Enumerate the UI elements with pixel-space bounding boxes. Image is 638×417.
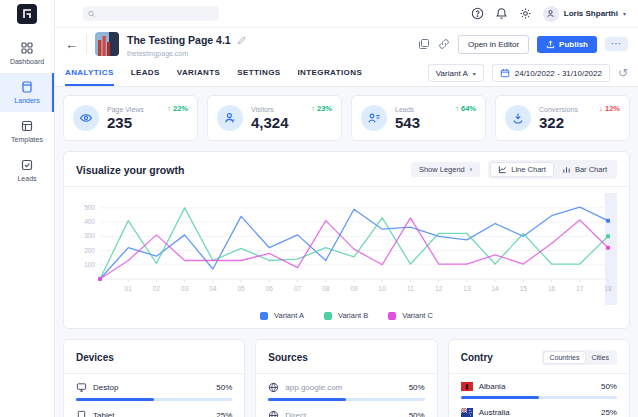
- title-block: The Testing Page 4.1 thetestingpage.com: [127, 31, 246, 57]
- tab-analytics[interactable]: ANALYTICS: [65, 60, 114, 86]
- sources-title: Sources: [268, 352, 307, 363]
- progress-bar: [461, 396, 617, 399]
- stat-label: Conversions: [539, 106, 578, 113]
- logo-wrap: [0, 0, 54, 28]
- main-area: Loris Shparthi ▾ ← The Testing P: [55, 0, 638, 417]
- svg-text:100: 100: [84, 261, 95, 268]
- back-arrow-icon[interactable]: ←: [65, 38, 78, 51]
- sidebar-item-label: Templates: [11, 136, 43, 143]
- australia-flag-icon: [461, 408, 473, 417]
- chevron-down-icon: ▾: [473, 70, 476, 77]
- variant-selector[interactable]: Variant A ▾: [428, 64, 484, 82]
- country-row-albania: Albania 50%: [461, 382, 617, 399]
- svg-text:09: 09: [350, 285, 358, 292]
- user-avatar: [543, 6, 559, 22]
- svg-text:16: 16: [548, 285, 556, 292]
- divider: [86, 34, 87, 54]
- growth-line-chart[interactable]: 1002003004005000102030405060708091011121…: [76, 193, 617, 305]
- globe-icon: [268, 382, 279, 393]
- help-icon[interactable]: [471, 7, 484, 20]
- bar-chart-icon: [562, 165, 571, 174]
- svg-text:02: 02: [153, 285, 161, 292]
- divider: [256, 373, 436, 374]
- albania-flag-icon: [461, 382, 473, 391]
- stat-label: Leads: [395, 106, 420, 113]
- search-icon: [88, 10, 95, 18]
- refresh-icon[interactable]: ↺: [618, 67, 628, 79]
- link-icon[interactable]: [438, 38, 450, 50]
- upload-icon: [546, 40, 555, 49]
- tab-variants[interactable]: VARIANTS: [177, 60, 221, 86]
- source-row-direct: Direct 50%: [268, 410, 424, 417]
- eye-icon: [73, 105, 99, 131]
- chart-legend: Variant A Variant B Variant C: [76, 311, 617, 320]
- countries-toggle-button[interactable]: Countries: [544, 352, 586, 363]
- sources-card: Sources app.google.com 50%: [255, 339, 437, 417]
- divider: [64, 373, 244, 374]
- svg-text:08: 08: [322, 285, 330, 292]
- search-input[interactable]: [99, 9, 214, 18]
- chevron-left-icon: ‹: [470, 165, 473, 174]
- svg-text:10: 10: [379, 285, 387, 292]
- svg-text:13: 13: [463, 285, 471, 292]
- tab-integrations[interactable]: INTEGRATIONS: [298, 60, 363, 86]
- country-card: Contry Countries Cities: [448, 339, 630, 417]
- user-menu[interactable]: Loris Shparthi ▾: [543, 6, 626, 22]
- logo-glyph: [21, 8, 33, 20]
- date-range-picker[interactable]: 24/10/2022 - 31/10/2022: [492, 64, 610, 82]
- svg-text:300: 300: [84, 232, 95, 239]
- publish-button[interactable]: Publish: [537, 36, 597, 53]
- sidebar-item-templates[interactable]: Templates: [0, 112, 54, 151]
- chart-title: Visualize your growth: [76, 164, 184, 176]
- cities-toggle-button[interactable]: Cities: [585, 352, 615, 363]
- line-chart-button[interactable]: Line Chart: [490, 162, 554, 177]
- edit-pencil-icon[interactable]: [237, 31, 246, 49]
- countries-cities-toggle: Countries Cities: [542, 350, 617, 365]
- stat-card-visitors: Visitors 4,324 ↑ 23%: [207, 95, 342, 141]
- tab-leads[interactable]: LEADS: [131, 60, 160, 86]
- show-legend-label: Show Legend: [419, 165, 465, 174]
- tab-settings[interactable]: SETTINGS: [237, 60, 280, 86]
- svg-text:01: 01: [125, 285, 133, 292]
- search-bar[interactable]: [83, 6, 219, 21]
- chart-type-switch: Line Chart Bar Chart: [488, 160, 617, 179]
- show-legend-toggle[interactable]: Show Legend ‹: [411, 162, 480, 177]
- variant-selector-value: Variant A: [436, 69, 468, 78]
- source-row-google: app.google.com 50%: [268, 382, 424, 401]
- duplicate-icon[interactable]: [418, 38, 430, 50]
- svg-text:14: 14: [491, 285, 499, 292]
- sidebar-item-label: Landers: [14, 97, 39, 104]
- date-range-value: 24/10/2022 - 31/10/2022: [515, 69, 602, 78]
- svg-text:03: 03: [181, 285, 189, 292]
- landers-icon: [20, 80, 34, 94]
- sidebar-item-label: Dashboard: [10, 58, 44, 65]
- topbar-right: Loris Shparthi ▾: [471, 6, 626, 22]
- device-row-desktop: Destop 50%: [76, 382, 232, 401]
- notifications-bell-icon[interactable]: [495, 7, 508, 20]
- settings-gear-icon[interactable]: [519, 7, 532, 20]
- open-in-editor-button[interactable]: Open in Editor: [458, 35, 529, 54]
- svg-text:18: 18: [604, 285, 612, 292]
- variant-b-swatch: [324, 312, 332, 320]
- variant-c-swatch: [388, 312, 396, 320]
- tabs-row: ANALYTICS LEADS VARIANTS SETTINGS INTEGR…: [55, 60, 638, 87]
- device-row-tablet: Tablet 25%: [76, 410, 232, 417]
- app-logo[interactable]: [17, 4, 37, 24]
- sidebar-item-landers[interactable]: Landers: [0, 73, 54, 112]
- page-url: thetestingpage.com: [127, 50, 246, 57]
- country-row-australia: Australia 25%: [461, 408, 617, 417]
- bar-chart-button[interactable]: Bar Chart: [554, 162, 615, 177]
- more-options-button[interactable]: ···: [605, 37, 628, 51]
- legend-item-variant-b[interactable]: Variant B: [324, 311, 368, 320]
- divider: [64, 186, 629, 187]
- sidebar-item-dashboard[interactable]: Dashboard: [0, 34, 54, 73]
- user-name: Loris Shparthi: [564, 9, 618, 18]
- stat-card-leads: Leads 543 ↑ 64%: [351, 95, 486, 141]
- sidebar-nav: Dashboard Landers Templates Leads: [0, 34, 54, 190]
- legend-item-variant-c[interactable]: Variant C: [388, 311, 433, 320]
- calendar-icon: [500, 68, 510, 78]
- sidebar-item-leads[interactable]: Leads: [0, 151, 54, 190]
- stat-delta-1: ↑ 23%: [311, 104, 332, 113]
- legend-item-variant-a[interactable]: Variant A: [260, 311, 304, 320]
- svg-text:200: 200: [84, 247, 95, 254]
